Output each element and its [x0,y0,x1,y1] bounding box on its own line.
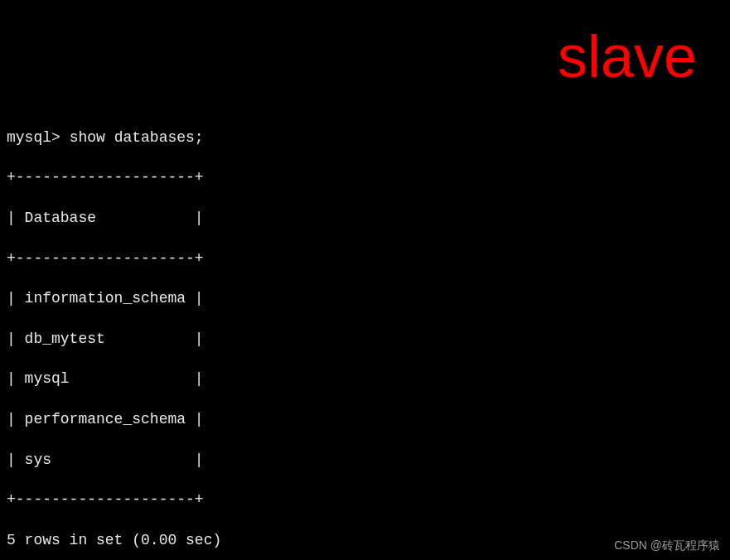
overlay-label: slave [558,17,697,97]
cmd-line-show-databases: mysql> show databases; [7,128,723,147]
table-border: +--------------------+ [7,167,723,187]
table-row: | information_schema | [7,288,723,308]
watermark: CSDN @砖瓦程序猿 [614,538,720,553]
table-header: | Database | [7,208,723,228]
table-row: | mysql | [7,369,723,389]
table-border: +--------------------+ [7,490,723,509]
command-text: show databases; [70,129,204,146]
prompt: mysql> [7,129,60,146]
table-border: +--------------------+ [7,249,723,268]
table-row: | db_mytest | [7,329,723,349]
table-row: | sys | [7,450,723,470]
table-row: | performance_schema | [7,409,723,429]
